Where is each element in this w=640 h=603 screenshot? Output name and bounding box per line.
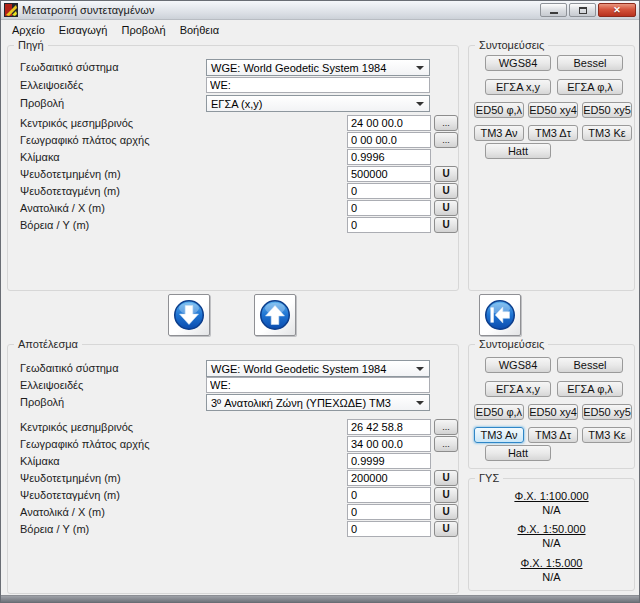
source-easting-x-field[interactable] (347, 200, 431, 216)
label-latitude-origin: Γεωγραφικό πλάτος αρχής (20, 134, 150, 146)
shortcut-tm3-ke-result[interactable]: ΤΜ3 Κε (582, 427, 632, 443)
menu-help[interactable]: Βοήθεια (173, 22, 226, 38)
label-false-northing: Ψευδοτεταγμένη (m) (20, 489, 120, 501)
maximize-button[interactable] (569, 3, 596, 17)
shortcut-ed50-fl-result[interactable]: ED50 φ,λ (474, 404, 524, 420)
shortcut-tm3-dt-result[interactable]: ΤΜ3 Δτ (528, 427, 578, 443)
chevron-down-icon (416, 66, 424, 70)
source-northing-y-field[interactable] (347, 217, 431, 233)
result-easting-x-field[interactable] (347, 504, 431, 520)
source-group: Πηγή Γεωδαιτικό σύστημα WGE: World Geode… (7, 45, 459, 291)
shortcuts-group-title: Συντομεύσεις (475, 38, 548, 52)
label-projection: Προβολή (20, 396, 64, 408)
shortcut-tm3-ke-source[interactable]: ΤΜ3 Κε (582, 125, 632, 141)
map-sheet-link-100000[interactable]: Φ.Χ. 1:100.000 (469, 490, 634, 502)
source-false-easting-field[interactable] (347, 166, 431, 182)
source-latitude-origin-picker-button[interactable]: ... (434, 132, 458, 148)
title-bar: Μετατροπή συντεταγμένων ✕ (1, 1, 639, 20)
shortcut-egsa-xy-result[interactable]: ΕΓΣΑ x,y (485, 381, 551, 397)
source-central-meridian-picker-button[interactable]: ... (434, 115, 458, 131)
transfer-down-button[interactable] (168, 294, 210, 336)
label-easting-x: Ανατολικά / X (m) (20, 202, 105, 214)
shortcut-ed50-fl-source[interactable]: ED50 φ,λ (474, 102, 524, 118)
shortcuts-group-title: Συντομεύσεις (475, 337, 548, 351)
map-sheet-link-5000[interactable]: Φ.Χ. 1:5.000 (469, 557, 634, 569)
label-northing-y: Βόρεια / Y (m) (20, 523, 89, 535)
gys-group: ΓΥΣ Φ.Χ. 1:100.000 N/A Φ.Χ. 1:50.000 N/A… (468, 478, 635, 591)
shortcut-wgs84-result[interactable]: WGS84 (485, 357, 551, 373)
source-false-northing-u-button[interactable]: U (434, 183, 458, 199)
shortcut-wgs84-source[interactable]: WGS84 (485, 55, 551, 71)
source-shortcuts-group: Συντομεύσεις WGS84 Bessel ΕΓΣΑ x,y ΕΓΣΑ … (468, 45, 635, 291)
result-projection-select[interactable]: 3º Ανατολική Ζώνη (ΥΠΕΧΩΔΕ) ΤΜ3 (206, 394, 430, 411)
source-projection-select[interactable]: ΕΓΣΑ (x,y) (206, 95, 430, 112)
shortcut-egsa-fl-result[interactable]: ΕΓΣΑ φ,λ (557, 381, 623, 397)
source-northing-y-u-button[interactable]: U (434, 217, 458, 233)
map-sheet-link-50000[interactable]: Φ.Χ. 1:50.000 (469, 523, 634, 535)
shortcut-egsa-xy-source[interactable]: ΕΓΣΑ x,y (485, 79, 551, 95)
menu-file[interactable]: Αρχείο (5, 22, 52, 38)
label-central-meridian: Κεντρικός μεσημβρινός (20, 117, 133, 129)
shortcut-bessel-result[interactable]: Bessel (557, 357, 623, 373)
arrow-down-icon (170, 296, 208, 334)
result-easting-x-u-button[interactable]: U (434, 504, 458, 520)
shortcut-tm3-an-source[interactable]: ΤΜ3 Αν (474, 125, 524, 141)
minimize-icon (550, 12, 558, 14)
shortcut-hatt-result[interactable]: Hatt (485, 445, 551, 461)
shortcut-tm3-an-result[interactable]: ΤΜ3 Αν (474, 427, 524, 443)
result-geodetic-system-select[interactable]: WGE: World Geodetic System 1984 (206, 360, 430, 377)
label-scale: Κλίμακα (20, 455, 60, 467)
close-button[interactable]: ✕ (598, 3, 636, 17)
transfer-up-button[interactable] (254, 294, 296, 336)
shortcut-tm3-dt-source[interactable]: ΤΜ3 Δτ (528, 125, 578, 141)
source-central-meridian-field[interactable] (347, 115, 431, 131)
close-icon: ✕ (613, 6, 621, 15)
result-central-meridian-picker-button[interactable]: ... (434, 419, 458, 435)
result-false-northing-u-button[interactable]: U (434, 487, 458, 503)
shortcut-ed50-xy4-result[interactable]: ED50 xy4 (528, 404, 578, 420)
shortcut-ed50-xy4-source[interactable]: ED50 xy4 (528, 102, 578, 118)
app-icon (4, 3, 18, 17)
shortcut-ed50-xy5-source[interactable]: ED50 xy5 (582, 102, 632, 118)
shortcut-ed50-xy5-result[interactable]: ED50 xy5 (582, 404, 632, 420)
result-false-northing-field[interactable] (347, 487, 431, 503)
source-false-easting-u-button[interactable]: U (434, 166, 458, 182)
source-easting-x-u-button[interactable]: U (434, 200, 458, 216)
result-northing-y-field[interactable] (347, 521, 431, 537)
result-latitude-origin-field[interactable] (347, 436, 431, 452)
result-ellipsoid-field[interactable] (206, 377, 430, 393)
result-central-meridian-field[interactable] (347, 419, 431, 435)
minimize-button[interactable] (540, 3, 567, 17)
label-scale: Κλίμακα (20, 151, 60, 163)
result-false-easting-u-button[interactable]: U (434, 470, 458, 486)
shortcut-bessel-source[interactable]: Bessel (557, 55, 623, 71)
window-title: Μετατροπή συντεταγμένων (22, 4, 154, 16)
menu-view[interactable]: Προβολή (114, 22, 172, 38)
result-group-title: Αποτέλεσμα (14, 337, 82, 351)
chevron-down-icon (416, 102, 424, 106)
menu-import[interactable]: Εισαγωγή (52, 22, 115, 38)
result-false-easting-field[interactable] (347, 470, 431, 486)
source-geodetic-system-select[interactable]: WGE: World Geodetic System 1984 (206, 59, 430, 76)
shortcut-hatt-source[interactable]: Hatt (485, 143, 551, 159)
result-latitude-origin-picker-button[interactable]: ... (434, 436, 458, 452)
arrow-left-bar-icon (481, 296, 519, 334)
map-sheet-value-50000: N/A (469, 537, 634, 549)
source-scale-field[interactable] (347, 149, 431, 165)
map-sheet-value-5000: N/A (469, 571, 634, 583)
chevron-down-icon (416, 401, 424, 405)
source-ellipsoid-field[interactable] (206, 77, 430, 93)
menu-bar: Αρχείο Εισαγωγή Προβολή Βοήθεια (2, 21, 638, 38)
source-false-northing-field[interactable] (347, 183, 431, 199)
shortcut-egsa-fl-source[interactable]: ΕΓΣΑ φ,λ (557, 79, 623, 95)
gys-group-title: ΓΥΣ (475, 471, 503, 485)
result-to-source-button[interactable] (479, 294, 521, 336)
label-latitude-origin: Γεωγραφικό πλάτος αρχής (20, 438, 150, 450)
label-ellipsoid: Ελλειψοειδές (20, 379, 83, 391)
result-group: Αποτέλεσμα Γεωδαιτικό σύστημα WGE: World… (7, 344, 459, 594)
window-bottom-border (1, 595, 639, 602)
result-northing-y-u-button[interactable]: U (434, 521, 458, 537)
window-controls: ✕ (540, 3, 636, 17)
result-scale-field[interactable] (347, 453, 431, 469)
source-latitude-origin-field[interactable] (347, 132, 431, 148)
